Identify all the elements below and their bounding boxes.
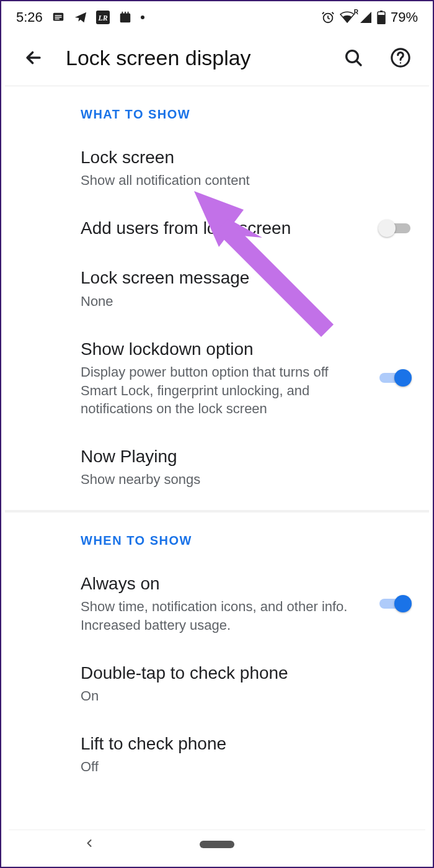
toggle-always-on[interactable] (378, 595, 412, 612)
row-lock-screen-message[interactable]: Lock screen message None (5, 253, 429, 324)
settings-content: WHAT TO SHOW Lock screen Show all notifi… (5, 86, 429, 813)
row-subtitle: Show time, notification icons, and other… (81, 597, 362, 634)
svg-rect-2 (55, 17, 61, 17)
row-now-playing[interactable]: Now Playing Show nearby songs (5, 432, 429, 510)
row-title: Now Playing (81, 445, 412, 468)
row-subtitle: Off (81, 758, 412, 776)
alarm-icon (321, 11, 335, 24)
status-time: 5:26 (16, 9, 43, 25)
svg-text:LR: LR (97, 14, 107, 22)
status-bar: 5:26 LR R (5, 5, 429, 30)
row-subtitle: None (81, 292, 412, 311)
row-title: Show lockdown option (81, 338, 362, 360)
row-add-users[interactable]: Add users from lock screen (5, 204, 429, 253)
nav-home-pill[interactable] (200, 841, 234, 848)
section-header-what-to-show: WHAT TO SHOW (5, 86, 429, 133)
help-button[interactable] (386, 43, 415, 73)
svg-rect-7 (122, 12, 123, 15)
battery-percent: 79% (391, 9, 418, 25)
row-lock-screen[interactable]: Lock screen Show all notification conten… (5, 133, 429, 204)
battery-icon (377, 11, 386, 24)
calendar-icon (118, 11, 132, 24)
svg-rect-3 (55, 19, 59, 19)
svg-rect-9 (127, 12, 128, 15)
row-title: Lock screen message (81, 267, 412, 289)
toggle-add-users[interactable] (378, 220, 412, 237)
row-lockdown[interactable]: Show lockdown option Display power butto… (5, 324, 429, 432)
nav-bar (9, 830, 425, 858)
section-header-when-to-show: WHEN TO SHOW (5, 512, 429, 559)
row-subtitle: Show all notification content (81, 171, 412, 190)
row-lift-check[interactable]: Lift to check phone Off (5, 719, 429, 813)
telegram-icon (74, 11, 87, 24)
lr-app-icon: LR (96, 11, 110, 24)
row-title: Double-tap to check phone (81, 662, 412, 684)
page-title: Lock screen display (66, 46, 321, 70)
wifi-icon: R (340, 11, 355, 24)
toggle-lockdown[interactable] (378, 369, 412, 387)
row-title: Lift to check phone (81, 733, 412, 755)
svg-rect-6 (120, 14, 131, 23)
more-notifications-dot (141, 16, 144, 19)
row-subtitle: Display power button option that turns o… (81, 363, 362, 418)
cell-signal-icon (360, 11, 372, 24)
row-title: Lock screen (81, 146, 412, 169)
row-subtitle: On (81, 687, 412, 705)
svg-rect-13 (378, 15, 385, 24)
row-always-on[interactable]: Always on Show time, notification icons,… (5, 559, 429, 648)
back-button[interactable] (19, 43, 48, 73)
search-button[interactable] (339, 43, 368, 73)
svg-point-16 (400, 62, 401, 63)
message-icon (51, 11, 65, 24)
row-double-tap[interactable]: Double-tap to check phone On (5, 648, 429, 719)
svg-rect-8 (125, 12, 126, 15)
row-title: Add users from lock screen (81, 217, 362, 239)
svg-rect-0 (53, 13, 64, 21)
svg-rect-1 (55, 15, 61, 16)
row-title: Always on (81, 573, 362, 595)
wifi-badge: R (354, 9, 358, 16)
nav-back-button[interactable] (83, 837, 95, 852)
row-subtitle: Show nearby songs (81, 470, 412, 489)
app-bar: Lock screen display (5, 30, 429, 86)
